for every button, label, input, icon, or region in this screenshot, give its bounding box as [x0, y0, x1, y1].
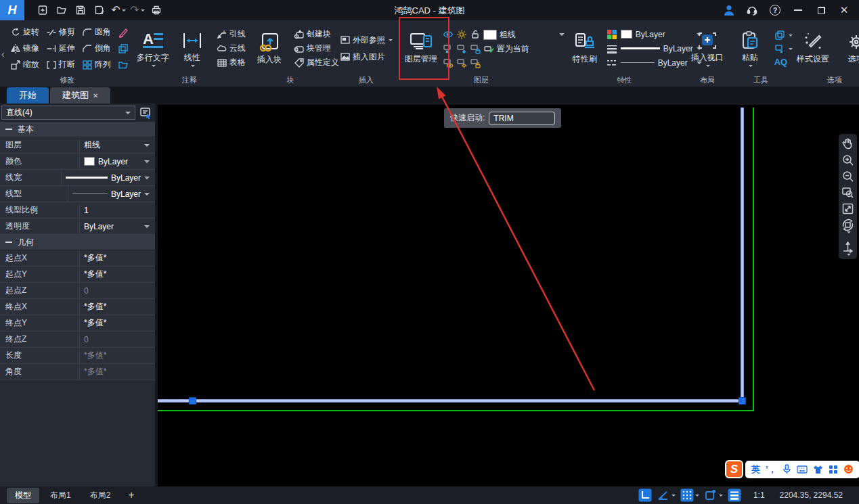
tab-layout1[interactable]: 布局1 [42, 488, 79, 503]
group-folder-button[interactable] [115, 60, 131, 70]
section-basic[interactable]: 基本 [0, 122, 155, 137]
chamfer-button[interactable]: 倒角 [79, 43, 114, 54]
polar-toggle[interactable] [657, 488, 676, 502]
prop-caret[interactable] [144, 225, 150, 228]
tab-start[interactable]: 开始 [7, 87, 49, 104]
app-logo[interactable]: H [0, 0, 24, 20]
xref-button[interactable]: 外部参照 [337, 35, 395, 46]
tab-drawing[interactable]: 建筑图 ✕ [50, 87, 110, 104]
layer-color-swatch[interactable] [483, 30, 497, 40]
set-current-label[interactable]: 置为当前 [497, 43, 529, 55]
green-vertical-line[interactable] [753, 108, 754, 411]
prop-value-linetype[interactable]: ByLayer [68, 186, 155, 202]
account-button[interactable] [720, 2, 739, 18]
layer-freeze-icon[interactable] [456, 43, 467, 54]
rotate-button[interactable]: 旋转 [7, 26, 42, 38]
linear-dim-caret[interactable] [191, 65, 195, 67]
layer-dropdown[interactable]: 粗线 [500, 29, 565, 41]
tab-layout2[interactable]: 布局2 [82, 488, 119, 503]
minimize-button[interactable] [789, 2, 808, 18]
insert-image-button[interactable]: 插入图片 [337, 51, 395, 63]
redo-dropdown-caret[interactable] [141, 9, 145, 12]
wipeout-button[interactable] [115, 27, 131, 38]
prop-value-transparency[interactable]: ByLayer [80, 219, 155, 234]
ime-punctuation-toggle[interactable]: ’， [766, 463, 777, 476]
viewport-scale[interactable]: 1:1 [753, 490, 765, 500]
orbit-button[interactable] [841, 219, 856, 233]
layer-manager-button[interactable]: 图层管理 [403, 32, 439, 65]
find-replace-button[interactable]: AQ [772, 57, 795, 67]
prop-value-layer[interactable]: 粗线 [80, 137, 155, 153]
fillet-button[interactable]: 圆角 [79, 26, 114, 38]
prop-caret[interactable] [144, 144, 150, 147]
layer-sun-icon[interactable] [456, 29, 467, 40]
leader-button[interactable]: A引线 [214, 28, 248, 40]
array-button[interactable]: 阵列 [79, 59, 114, 70]
scale-button[interactable]: 缩放 [7, 59, 42, 70]
close-button[interactable]: ✕ [835, 2, 854, 18]
cloud-button[interactable]: 云线 [214, 43, 248, 54]
zoom-out-button[interactable] [841, 170, 856, 183]
prop-value-endy[interactable]: *多值* [80, 315, 155, 331]
insert-block-button[interactable]: 插入块 [252, 31, 287, 66]
toolbox-grid-icon[interactable] [829, 465, 838, 474]
insert-viewport-button[interactable]: 插入视口 [690, 30, 725, 67]
ucs-caret[interactable] [847, 254, 851, 256]
open-file-button[interactable] [53, 2, 70, 18]
orbit-caret[interactable] [847, 231, 851, 233]
polar-caret[interactable] [671, 495, 676, 497]
prop-value-ltscale[interactable]: 1 [80, 202, 155, 218]
help-button[interactable]: ? [766, 2, 785, 18]
prop-caret[interactable] [144, 160, 150, 163]
layer-dropdown-caret[interactable] [559, 33, 565, 36]
quick-select-button[interactable] [137, 105, 154, 120]
layer-off-icon[interactable] [443, 43, 454, 54]
osnap-caret[interactable] [719, 495, 723, 497]
emoji-icon[interactable] [843, 464, 854, 474]
copy-clip-button[interactable] [772, 30, 795, 41]
zoom-extents-button[interactable] [841, 202, 856, 215]
object-type-caret[interactable] [125, 112, 131, 114]
cut-clip-caret[interactable] [789, 48, 793, 50]
extend-button[interactable]: 延伸 [43, 43, 78, 54]
layer-visibility-icon[interactable] [443, 29, 454, 40]
mirror-button[interactable]: 镜像 [7, 43, 42, 54]
object-type-select[interactable]: 直线(4) [1, 106, 135, 120]
prop-caret[interactable] [144, 177, 150, 179]
prop-value-endx[interactable]: *多值* [80, 299, 155, 315]
undo-button[interactable]: ↶ [110, 2, 127, 18]
set-current-icon[interactable] [483, 43, 494, 54]
copy-clip-caret[interactable] [789, 35, 793, 37]
restore-button[interactable] [812, 2, 831, 18]
layer-on-icon[interactable] [443, 58, 454, 68]
linear-dim-button[interactable]: 线性 [175, 30, 210, 67]
mtext-caret[interactable] [152, 65, 156, 67]
selected-horizontal-line[interactable] [158, 399, 744, 403]
pan-button[interactable] [841, 137, 856, 150]
prop-value-lineweight[interactable]: ByLayer [62, 170, 155, 185]
green-horizontal-line[interactable] [158, 410, 754, 411]
trim-button[interactable]: 修剪 [43, 26, 78, 38]
paste-caret[interactable] [749, 65, 753, 67]
redo-button[interactable]: ↷ [129, 2, 146, 18]
skin-tshirt-icon[interactable] [813, 465, 823, 474]
grid-caret[interactable] [695, 495, 699, 497]
match-properties-button[interactable]: 特性刷 [567, 32, 602, 65]
paste-button[interactable]: 粘贴 [732, 30, 768, 67]
mtext-button[interactable]: A 多行文字 [135, 30, 171, 67]
grid-toggle[interactable] [680, 488, 699, 502]
layer-lock-icon[interactable] [470, 43, 481, 54]
prop-value-color[interactable]: ByLayer [80, 154, 155, 169]
layer-unlock-icon[interactable] [470, 29, 481, 40]
tab-model[interactable]: 模型 [7, 488, 39, 503]
quick-launch-input[interactable] [489, 112, 555, 125]
undo-dropdown-caret[interactable] [122, 9, 126, 12]
ucs-move-button[interactable] [841, 241, 856, 256]
lineweight-toggle-icon[interactable] [728, 488, 741, 502]
save-button[interactable] [72, 2, 89, 18]
xref-caret[interactable] [389, 39, 393, 41]
drawing-canvas[interactable]: 快速启动: S 英 ’， [158, 104, 859, 486]
style-settings-button[interactable]: 样式设置 [795, 32, 831, 65]
ortho-toggle-icon[interactable] [638, 488, 652, 502]
prop-value-startx[interactable]: *多值* [80, 250, 155, 266]
